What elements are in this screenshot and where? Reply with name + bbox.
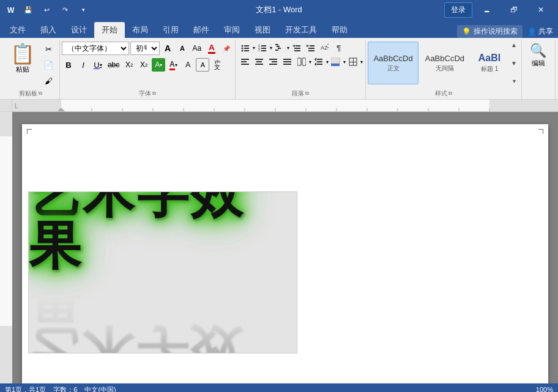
sort-button[interactable]: AZ <box>318 42 332 54</box>
highlight-dropdown[interactable]: ▾ <box>160 62 162 68</box>
login-button[interactable]: 登录 <box>444 2 472 18</box>
ribbon-collapse-button[interactable]: ∧ <box>550 2 556 11</box>
tab-file[interactable]: 文件 <box>2 22 33 38</box>
char-border-button[interactable]: A <box>196 58 209 72</box>
decrease-indent-button[interactable] <box>290 42 303 54</box>
qat-undo-button[interactable]: ↩ <box>39 2 54 17</box>
styles-scroll-up[interactable]: ▲ <box>509 42 519 48</box>
bold-button[interactable]: B <box>62 58 75 72</box>
multilevel-button[interactable] <box>273 42 286 54</box>
tab-insert[interactable]: 插入 <box>33 22 64 38</box>
char-shading-button[interactable]: A <box>181 58 195 72</box>
pin-button[interactable]: 📌 <box>220 42 233 55</box>
search-box[interactable]: 💡 操作说明搜索 <box>457 25 523 38</box>
justify-button[interactable] <box>281 56 294 68</box>
clipboard-expand-icon[interactable]: ⧉ <box>39 91 42 97</box>
paragraph-content: ▾ 1.2.3. ▾ ▾ AZ ¶ <box>239 42 363 88</box>
font-size-select[interactable]: 初号 <box>130 42 160 55</box>
style-item-normal[interactable]: AaBbCcDd 正文 <box>368 42 418 84</box>
align-right-button[interactable] <box>267 56 280 68</box>
format-painter-button[interactable]: 🖌 <box>41 73 56 88</box>
style-label-nospace: 无间隔 <box>436 64 454 73</box>
close-button[interactable]: ✕ <box>529 0 553 20</box>
border-button[interactable] <box>346 56 360 68</box>
align-center-button[interactable] <box>253 56 266 68</box>
underline-dropdown-arrow[interactable]: ▾ <box>100 62 102 68</box>
styles-scroll-down[interactable]: ▼ <box>509 60 519 67</box>
style-item-nospace[interactable]: AaBbCcDd 无间隔 <box>420 42 470 84</box>
text-highlight-button[interactable]: A▾ <box>152 58 165 72</box>
line-spacing-button[interactable] <box>312 56 326 68</box>
tab-view[interactable]: 视图 <box>247 22 278 38</box>
font-color-dropdown[interactable]: ▾ <box>175 62 177 68</box>
italic-button[interactable]: I <box>76 58 90 72</box>
clipboard-content: 📋 粘贴 ✂ 📄 🖌 <box>6 42 56 88</box>
tab-review[interactable]: 审阅 <box>217 22 247 38</box>
editing-content: 🔍 编辑 <box>525 42 551 97</box>
shrink-font-button[interactable]: A <box>176 42 189 55</box>
paragraph-expand-icon[interactable]: ⧉ <box>305 91 309 97</box>
tab-developer[interactable]: 开发工具 <box>278 22 324 38</box>
styles-scroll: ▲ ▼ ▾ <box>509 42 519 84</box>
numbering-button[interactable]: 1.2.3. <box>256 42 269 54</box>
svg-rect-33 <box>256 61 262 62</box>
minimize-button[interactable]: 🗕 <box>475 0 499 20</box>
phonetic-button[interactable]: yīn 文 <box>210 58 224 72</box>
svg-rect-13 <box>261 50 266 51</box>
qat-redo-button[interactable]: ↷ <box>58 2 72 17</box>
style-item-heading1[interactable]: AaBl 标题 1 <box>471 42 508 84</box>
align-left-button[interactable] <box>239 56 252 68</box>
svg-marker-22 <box>307 45 309 47</box>
bullets-button[interactable] <box>239 42 252 54</box>
svg-rect-43 <box>317 59 322 60</box>
qat-save-button[interactable]: 💾 <box>21 2 35 17</box>
grow-font-button[interactable]: A <box>161 42 174 55</box>
tab-home[interactable]: 开始 <box>94 22 125 38</box>
line-spacing-dropdown[interactable]: ▾ <box>326 59 329 65</box>
svg-rect-14 <box>275 44 278 45</box>
tab-mailings[interactable]: 邮件 <box>186 22 217 38</box>
subscript-button[interactable]: X2 <box>122 58 136 72</box>
numbering-dropdown[interactable]: ▾ <box>270 45 272 51</box>
columns-dropdown[interactable]: ▾ <box>309 59 311 65</box>
clear-format-button[interactable]: A <box>205 42 218 55</box>
svg-rect-16 <box>278 48 281 49</box>
svg-marker-47 <box>314 62 316 66</box>
superscript-button[interactable]: X2 <box>137 58 151 72</box>
tab-references[interactable]: 引用 <box>155 22 186 38</box>
strikethrough-button[interactable]: abc <box>106 58 121 72</box>
shading-dropdown[interactable]: ▾ <box>343 59 346 65</box>
svg-rect-3 <box>244 45 249 46</box>
paste-button[interactable]: 📋 粘贴 <box>6 42 40 76</box>
tab-layout[interactable]: 布局 <box>125 22 155 38</box>
increase-indent-button[interactable] <box>304 42 318 54</box>
tab-help[interactable]: 帮助 <box>324 22 355 38</box>
document-canvas[interactable]: 艺术字效果 艺术字效果 <box>12 112 558 383</box>
bullets-dropdown[interactable]: ▾ <box>253 45 255 51</box>
show-marks-button[interactable]: ¶ <box>332 42 346 54</box>
shading-button[interactable] <box>329 56 343 68</box>
styles-expand[interactable]: ▾ <box>509 78 519 84</box>
find-button[interactable]: 🔍 编辑 <box>525 42 551 70</box>
change-case-button[interactable]: Aa <box>190 42 204 55</box>
svg-rect-44 <box>317 61 322 62</box>
columns-button[interactable] <box>295 56 308 68</box>
share-button[interactable]: 👤 共享 <box>527 26 553 37</box>
svg-rect-31 <box>241 64 249 65</box>
font-expand-icon[interactable]: ⧉ <box>152 91 156 97</box>
restore-button[interactable]: 🗗 <box>502 0 526 20</box>
styles-expand-icon[interactable]: ⧉ <box>448 91 452 97</box>
tab-design[interactable]: 设计 <box>64 22 94 38</box>
multilevel-dropdown[interactable]: ▾ <box>287 45 289 51</box>
svg-point-4 <box>241 48 243 50</box>
cut-button[interactable]: ✂ <box>41 42 56 56</box>
underline-button[interactable]: U ▾ <box>91 58 105 72</box>
qat-customize-button[interactable]: ▾ <box>76 2 91 17</box>
page-info: 第1页，共1页 <box>5 385 46 393</box>
border-dropdown[interactable]: ▾ <box>360 59 363 65</box>
font-family-select[interactable]: （中文字体） <box>62 42 129 55</box>
font-color-button[interactable]: A ▾ <box>166 58 180 72</box>
copy-button[interactable]: 📄 <box>41 57 56 72</box>
svg-rect-74 <box>0 112 12 136</box>
search-placeholder: 操作说明搜索 <box>474 26 518 37</box>
